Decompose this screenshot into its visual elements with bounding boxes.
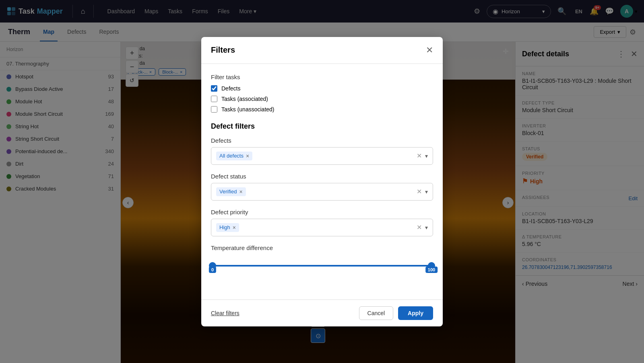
- defects-chevron-icon[interactable]: ▾: [425, 153, 428, 159]
- defects-tag: All defects ×: [216, 152, 252, 160]
- defect-priority-tag-text: High: [219, 224, 230, 230]
- modal-header: Filters ✕: [201, 37, 443, 64]
- defect-priority-tag-remove[interactable]: ×: [233, 224, 236, 231]
- modal-body: Filter tasks Defects Tasks (associated) …: [201, 64, 443, 299]
- defect-priority-filter-label: Defect priority: [211, 209, 433, 215]
- filter-tasks-section: Filter tasks Defects Tasks (associated) …: [211, 74, 433, 113]
- defects-filter-label: Defects: [211, 137, 433, 144]
- defect-priority-select-actions: ✕ ▾: [417, 224, 428, 231]
- temp-slider-container: 0 100: [211, 254, 433, 280]
- modal-close-button[interactable]: ✕: [426, 45, 433, 55]
- apply-button[interactable]: Apply: [398, 306, 433, 320]
- defects-filter-row: Defects All defects × ✕ ▾: [211, 137, 433, 165]
- defect-status-chevron-icon[interactable]: ▾: [425, 189, 428, 195]
- defects-select-actions: ✕ ▾: [417, 152, 428, 160]
- defect-priority-tag: High ×: [216, 223, 239, 232]
- checkbox-tasks-unassociated-input[interactable]: [211, 106, 217, 113]
- defect-status-tag-remove[interactable]: ×: [239, 189, 242, 195]
- defect-priority-chevron-icon[interactable]: ▾: [425, 224, 428, 231]
- checkbox-defects[interactable]: Defects: [211, 85, 433, 92]
- defect-status-select-actions: ✕ ▾: [417, 188, 428, 195]
- filters-modal: Filters ✕ Filter tasks Defects Tasks (as…: [201, 37, 443, 326]
- defect-status-tag: Verified ×: [216, 187, 246, 196]
- checkbox-defects-label: Defects: [221, 85, 240, 92]
- defect-status-select-box[interactable]: Verified × ✕ ▾: [211, 183, 433, 201]
- defect-status-clear-icon[interactable]: ✕: [417, 188, 422, 195]
- defect-priority-clear-icon[interactable]: ✕: [417, 224, 422, 231]
- checkbox-defects-input[interactable]: [211, 85, 217, 92]
- range-max-label: 100: [425, 267, 438, 273]
- defects-tag-text: All defects: [219, 153, 244, 159]
- defects-select-box[interactable]: All defects × ✕ ▾: [211, 147, 433, 165]
- defect-status-filter-row: Defect status Verified × ✕ ▾: [211, 173, 433, 201]
- range-track: [213, 265, 431, 267]
- temp-diff-section: Temperature difference 0 100: [211, 244, 433, 280]
- temperature-range-slider[interactable]: 0 100: [213, 261, 431, 271]
- defects-tag-remove[interactable]: ×: [246, 153, 249, 159]
- checkbox-tasks-associated-label: Tasks (associated): [221, 96, 268, 102]
- range-min-label: 0: [209, 267, 216, 273]
- defects-clear-icon[interactable]: ✕: [417, 152, 422, 160]
- clear-filters-button[interactable]: Clear filters: [211, 310, 239, 316]
- defect-status-tag-text: Verified: [219, 189, 237, 195]
- cancel-button[interactable]: Cancel: [359, 306, 394, 320]
- filter-tasks-label: Filter tasks: [211, 74, 433, 80]
- defect-priority-select-box[interactable]: High × ✕ ▾: [211, 219, 433, 236]
- checkbox-group: Defects Tasks (associated) Tasks (unasso…: [211, 85, 433, 113]
- modal-title: Filters: [211, 45, 426, 55]
- checkbox-tasks-unassociated[interactable]: Tasks (unassociated): [211, 106, 433, 113]
- defect-status-filter-label: Defect status: [211, 173, 433, 180]
- checkbox-tasks-unassociated-label: Tasks (unassociated): [221, 106, 275, 113]
- defect-filters-section: Defect filters Defects All defects × ✕ ▾: [211, 122, 433, 280]
- modal-footer: Clear filters Cancel Apply: [201, 299, 443, 326]
- temp-diff-label: Temperature difference: [211, 244, 433, 251]
- modal-overlay[interactable]: Filters ✕ Filter tasks Defects Tasks (as…: [0, 0, 644, 363]
- modal-actions: Cancel Apply: [359, 306, 433, 320]
- defect-priority-filter-row: Defect priority High × ✕ ▾: [211, 209, 433, 236]
- defect-filters-title: Defect filters: [211, 122, 433, 131]
- checkbox-tasks-associated-input[interactable]: [211, 96, 217, 102]
- checkbox-tasks-associated[interactable]: Tasks (associated): [211, 96, 433, 102]
